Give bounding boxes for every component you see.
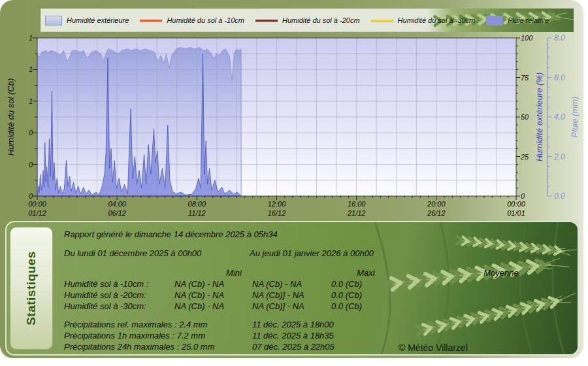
wheat-photo-large	[362, 222, 578, 354]
soil-row-maxi: NA (Cb)] - NA	[252, 290, 304, 300]
svg-text:01/01: 01/01	[507, 209, 525, 217]
svg-text:0: 0	[29, 129, 33, 137]
svg-text:0: 0	[29, 161, 33, 169]
soil-row-maxi: NA (Cb)] - NA	[252, 301, 304, 311]
rain-bar-swatch-icon	[486, 16, 503, 25]
precip-row-label: Précipitations 1h maximales : 7.2 mm	[64, 331, 205, 341]
svg-text:4.0: 4.0	[554, 112, 565, 122]
svg-text:1: 1	[29, 34, 33, 42]
svg-text:16:00: 16:00	[348, 200, 366, 208]
svg-text:25: 25	[520, 153, 529, 161]
period-from: Du lundi 01 décembre 2025 à 00h00	[64, 248, 201, 258]
col-header-moyenne: Moyenne	[483, 268, 518, 278]
svg-text:00:00: 00:00	[28, 200, 46, 208]
svg-text:1: 1	[29, 97, 33, 105]
soil-row-label: Humidité sol à -10cm :	[64, 279, 148, 289]
svg-text:00:00: 00:00	[507, 200, 525, 208]
soil10-line-swatch-icon	[140, 20, 162, 22]
precip-row-date: 11 déc. 2025 à 18h00	[252, 320, 334, 329]
precip-row-label: Précipitations rel. maximales : 2.4 mm	[64, 320, 208, 329]
soil-row-mini: NA (Cb) - NA	[174, 279, 224, 289]
statistics-tab-label: Statistiques	[24, 251, 39, 325]
legend-item-sol-10cm: Humidité du sol à -10cm	[140, 16, 244, 24]
svg-text:06/12: 06/12	[108, 209, 126, 217]
precip-row-date: 11 déc. 2025 à 18h35	[252, 331, 334, 341]
svg-text:01/12: 01/12	[28, 209, 46, 217]
svg-text:0: 0	[29, 192, 33, 200]
legend-label: Pluie relative	[508, 16, 549, 24]
col-header-maxi: Maxi	[357, 268, 374, 278]
copyright: © Météo Villarzel	[399, 342, 468, 353]
svg-text:12:00: 12:00	[268, 200, 286, 208]
report-generated-line: Rapport généré le dimanche 14 décembre 2…	[64, 229, 278, 239]
page-margin	[583, 0, 588, 366]
soil-row-label: Humidité sol à -20cm:	[64, 290, 146, 300]
humidity-area-swatch-icon	[45, 16, 62, 25]
svg-text:6.0: 6.0	[554, 73, 565, 82]
soil-row-label: Humidité sol à -30cm:	[64, 301, 146, 311]
legend-item-sol-20cm: Humidité du sol à -20cm	[255, 16, 360, 24]
svg-text:8.0: 8.0	[554, 33, 565, 42]
y-axis-title-humidity: Humidité extérieure (%)	[534, 73, 544, 162]
statistics-panel: Statistiques Rapport généré le dimanche …	[5, 221, 579, 356]
svg-text:0.0: 0.0	[554, 191, 565, 201]
soil-row-mini: NA (Cb) - NA	[174, 290, 224, 300]
soil-row-moyenne: 0.0 (Cb)	[331, 290, 362, 300]
svg-text:2.0: 2.0	[553, 152, 565, 161]
legend-item-humidite-exterieure: Humidité extérieure	[45, 16, 129, 25]
legend-item-sol-30cm: Humidité du sol à -30cm	[371, 16, 476, 24]
legend-label: Humidité extérieure	[67, 16, 129, 24]
report-frame: Humidité extérieure Humidité du sol à -1…	[0, 0, 583, 358]
svg-text:50: 50	[521, 113, 529, 121]
soil-row-moyenne: 0.0 (Cb)	[331, 301, 362, 311]
svg-text:21/12: 21/12	[347, 209, 366, 217]
svg-text:11/12: 11/12	[188, 209, 206, 217]
period-to: Au jeudi 01 janvier 2026 à 00h00	[250, 248, 374, 258]
svg-text:26/12: 26/12	[427, 209, 446, 217]
legend-label: Humidité du sol à -30cm	[398, 16, 476, 24]
legend-label: Humidité du sol à -20cm	[282, 16, 360, 24]
soil30-line-swatch-icon	[371, 20, 393, 22]
svg-text:16/12: 16/12	[268, 209, 286, 217]
svg-text:0: 0	[521, 192, 525, 200]
svg-text:100: 100	[521, 34, 533, 42]
humidity-rain-chart: 11100010075502508.06.04.02.00.000:0001/1…	[0, 0, 583, 221]
soil-row-moyenne: 0.0 (Cb)	[331, 279, 362, 289]
soil-row-mini: NA (Cb) - NA	[174, 301, 224, 311]
page-margin	[0, 358, 588, 366]
svg-text:1: 1	[29, 65, 33, 73]
svg-text:04:00: 04:00	[108, 200, 126, 208]
col-header-mini: Mini	[226, 268, 242, 278]
y-axis-title-soil: Humidité du sol (Cb)	[6, 78, 16, 156]
soil-row-maxi: NA (Cb) - NA	[252, 279, 302, 289]
svg-text:20:00: 20:00	[427, 200, 446, 208]
y-axis-title-rain: Pluie (mm)	[570, 97, 580, 138]
svg-text:75: 75	[521, 74, 529, 82]
statistics-tab: Statistiques	[10, 227, 53, 350]
legend-item-pluie-relative: Pluie relative	[486, 16, 549, 25]
soil20-line-swatch-icon	[255, 20, 278, 22]
svg-text:08:00: 08:00	[188, 200, 206, 208]
precip-row-label: Précipitations 24h maximales : 25.0 mm	[64, 342, 214, 352]
precip-row-date: 07 déc. 2025 à 22h05	[252, 342, 335, 352]
legend-label: Humidité du sol à -10cm	[167, 16, 244, 24]
